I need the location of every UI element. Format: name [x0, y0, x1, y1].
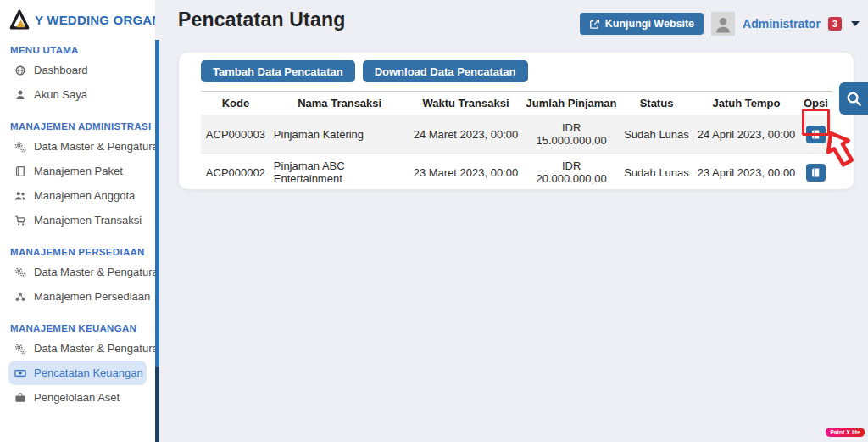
- sidebar-item-label: Manajemen Persediaan: [34, 290, 150, 303]
- sidebar-item-label: Akun Saya: [34, 88, 87, 101]
- users-icon: [14, 190, 26, 202]
- tambah-data-button[interactable]: Tambah Data Pencatatan: [201, 60, 355, 82]
- cell-jatuh-tempo: 23 April 2023, 00:00: [693, 154, 799, 192]
- pencatatan-table: Kode Nama Transaksi Waktu Transaksi Juml…: [201, 91, 832, 192]
- sidebar-item-data-master-keuangan[interactable]: Data Master & Pengaturan: [8, 336, 147, 361]
- search-button[interactable]: [839, 82, 868, 115]
- main-content: Pencatatan Utang Kunjungi Website Admini…: [159, 0, 868, 442]
- sidebar-item-pencatatan-keuangan[interactable]: Pencatatan Keuangan: [8, 361, 147, 385]
- cell-jatuh-tempo: 24 April 2023, 00:00: [693, 115, 799, 154]
- sidebar-scrollbar-thumb[interactable]: [155, 40, 159, 367]
- sidebar-item-label: Dashboard: [34, 64, 88, 76]
- avatar-placeholder-icon: [713, 15, 733, 36]
- cart-icon: [14, 215, 26, 227]
- sidebar-item-label: Data Master & Pengaturan: [34, 266, 155, 278]
- pencatatan-card: Tambah Data Pencatatan Download Data Pen…: [179, 53, 854, 189]
- cogs-icon: [14, 343, 26, 355]
- section-title-manajemen-persediaan: MANAJEMEN PERSEDIAAN: [10, 247, 145, 257]
- cell-nama: Pinjaman ABC Entertainment: [270, 154, 409, 192]
- download-data-button[interactable]: Download Data Pencatatan: [363, 60, 528, 82]
- column-header-waktu: Waktu Transaksi: [409, 92, 523, 115]
- cogs-icon: [14, 141, 26, 153]
- sidebar-item-data-master-administrasi[interactable]: Data Master & Pengaturan: [8, 134, 147, 159]
- brand[interactable]: Y WEDDING ORGANIZER: [8, 8, 155, 31]
- sidebar: Y WEDDING ORGANIZER MENU UTAMA Dashboard…: [0, 0, 155, 442]
- card-actions: Tambah Data Pencatatan Download Data Pen…: [201, 60, 832, 82]
- sidebar-item-akun-saya[interactable]: Akun Saya: [8, 82, 147, 107]
- opsi-detail-button[interactable]: [806, 126, 826, 143]
- cell-nama: Pinjaman Katering: [270, 115, 409, 154]
- column-header-jumlah: Jumlah Pinjaman: [522, 92, 620, 115]
- sidebar-item-data-master-persediaan[interactable]: Data Master & Pengaturan: [8, 260, 147, 284]
- column-header-jatuh-tempo: Jatuh Tempo: [693, 92, 799, 115]
- cell-kode: ACP000003: [201, 115, 270, 154]
- sidebar-item-manajemen-transaksi[interactable]: Manajemen Transaksi: [8, 208, 147, 232]
- section-title-manajemen-keuangan: MANAJEMEN KEUANGAN: [10, 323, 145, 333]
- watermark-badge: Paint X lite: [826, 428, 865, 437]
- cubes-icon: [14, 291, 26, 303]
- book-icon: [14, 165, 26, 177]
- briefcase-icon: [14, 392, 26, 404]
- sidebar-item-label: Manajemen Paket: [34, 165, 123, 177]
- sidebar-item-label: Pencatatan Keuangan: [34, 366, 143, 379]
- cell-status: Sudah Lunas: [620, 154, 693, 192]
- chevron-down-icon[interactable]: [851, 21, 860, 26]
- brand-logo-icon: [8, 8, 31, 31]
- cell-kode: ACP000002: [201, 154, 270, 192]
- avatar[interactable]: [711, 12, 735, 36]
- table-header-row: Kode Nama Transaksi Waktu Transaksi Juml…: [201, 92, 832, 115]
- journal-icon: [810, 167, 821, 178]
- sidebar-item-pengelolaan-aset[interactable]: Pengelolaan Aset: [8, 385, 147, 410]
- sidebar-item-manajemen-persediaan[interactable]: Manajemen Persediaan: [8, 284, 147, 309]
- column-header-nama: Nama Transaksi: [270, 92, 409, 115]
- search-icon: [846, 91, 862, 107]
- sidebar-item-label: Data Master & Pengaturan: [34, 140, 155, 153]
- column-header-kode: Kode: [201, 92, 270, 115]
- cell-status: Sudah Lunas: [620, 115, 693, 154]
- globe-icon: [14, 64, 26, 76]
- column-header-status: Status: [620, 92, 693, 115]
- cell-waktu: 24 Maret 2023, 00:00: [409, 115, 523, 154]
- sidebar-item-label: Manajemen Anggota: [34, 189, 135, 202]
- user-icon: [14, 89, 26, 101]
- cell-jumlah: IDR 20.000.000,00: [522, 154, 620, 192]
- notification-badge[interactable]: 3: [828, 17, 842, 31]
- user-name[interactable]: Administrator: [743, 17, 821, 31]
- sidebar-nav: MENU UTAMA Dashboard Akun Saya MANAJEMEN…: [0, 45, 155, 410]
- cell-waktu: 23 Maret 2023, 00:00: [409, 154, 523, 192]
- cell-jumlah: IDR 15.000.000,00: [522, 115, 620, 154]
- cogs-icon: [14, 266, 26, 278]
- visit-website-label: Kunjungi Website: [605, 18, 694, 30]
- sidebar-item-label: Pengelolaan Aset: [34, 391, 120, 404]
- table-row: ACP000003 Pinjaman Katering 24 Maret 202…: [201, 115, 832, 154]
- journal-icon: [810, 129, 821, 140]
- opsi-detail-button[interactable]: [806, 164, 826, 182]
- column-header-opsi: Opsi: [800, 92, 832, 115]
- sidebar-scrollbar-track[interactable]: [155, 40, 159, 442]
- brand-name: Y WEDDING ORGANIZER: [35, 13, 155, 27]
- section-title-manajemen-administrasi: MANAJEMEN ADMINISTRASI: [10, 121, 145, 131]
- visit-website-button[interactable]: Kunjungi Website: [580, 13, 704, 35]
- table-row: ACP000002 Pinjaman ABC Entertainment 23 …: [201, 154, 832, 192]
- section-title-menu-utama: MENU UTAMA: [10, 45, 145, 55]
- page-title: Pencatatan Utang: [178, 8, 345, 31]
- money-icon: [14, 367, 26, 379]
- sidebar-item-label: Manajemen Transaksi: [34, 214, 142, 227]
- external-link-icon: [589, 19, 600, 30]
- sidebar-item-dashboard[interactable]: Dashboard: [8, 58, 147, 82]
- sidebar-item-manajemen-paket[interactable]: Manajemen Paket: [8, 159, 147, 183]
- sidebar-item-manajemen-anggota[interactable]: Manajemen Anggota: [8, 183, 147, 208]
- topbar: Kunjungi Website Administrator 3: [580, 11, 860, 36]
- sidebar-item-label: Data Master & Pengaturan: [34, 342, 155, 355]
